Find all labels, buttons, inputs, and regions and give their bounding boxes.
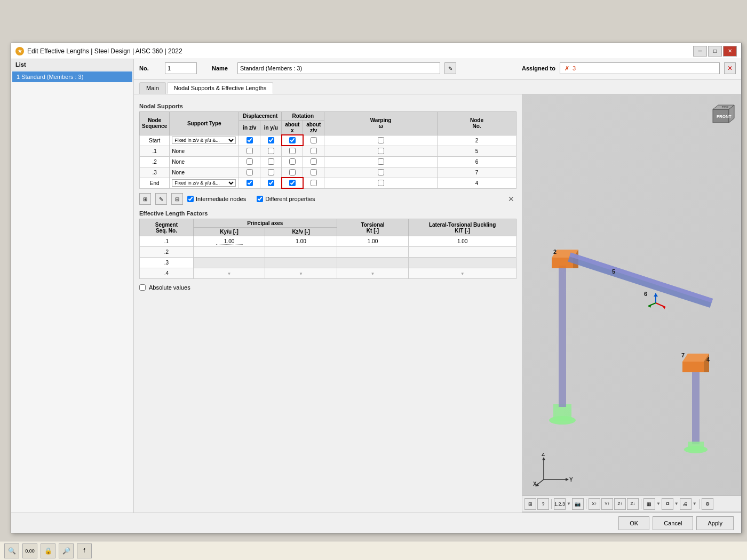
support-type-select-end[interactable]: Fixed in z/v & y/u &...	[172, 179, 236, 187]
eff-kt-1[interactable]: 1.00	[337, 236, 408, 247]
cb-disp-z-end[interactable]	[247, 180, 253, 186]
cb-rot-x-1[interactable]	[289, 148, 296, 154]
cb-warping-start[interactable]	[378, 137, 384, 143]
different-properties-label[interactable]: Different properties	[257, 196, 315, 202]
vp-arrow-4[interactable]: ▼	[693, 501, 697, 506]
name-input[interactable]	[237, 62, 440, 74]
rot-x-3[interactable]	[282, 167, 303, 178]
rot-z-end[interactable]	[303, 178, 324, 188]
cb-disp-z-3[interactable]	[247, 169, 253, 175]
tab-nodal-supports[interactable]: Nodal Supports & Effective Lengths	[167, 82, 273, 94]
disp-y-3[interactable]	[260, 167, 282, 178]
cb-warping-end[interactable]	[378, 180, 384, 186]
del-row-button[interactable]: ⊟	[171, 193, 183, 205]
vp-btn-4[interactable]: 📷	[572, 498, 584, 510]
vp-btn-y1[interactable]: Y↑	[601, 498, 613, 510]
delete-assigned-button[interactable]: ✕	[724, 62, 736, 74]
rot-z-3[interactable]	[303, 167, 324, 178]
disp-y-2[interactable]	[260, 156, 282, 167]
cb-disp-y-3[interactable]	[268, 169, 274, 175]
tab-main[interactable]: Main	[139, 82, 166, 94]
eff-kyv-input-1[interactable]	[216, 238, 243, 245]
vp-btn-2[interactable]: ?	[537, 498, 549, 510]
taskbar-lock-icon[interactable]: 🔒	[41, 543, 55, 558]
cb-rot-z-3[interactable]	[311, 169, 317, 175]
rot-z-2[interactable]	[303, 156, 324, 167]
cancel-button[interactable]: Cancel	[653, 516, 693, 530]
vp-btn-z2[interactable]: Z↓	[627, 498, 639, 510]
cb-rot-x-start[interactable]	[289, 137, 296, 143]
vp-btn-render[interactable]: ▦	[643, 498, 655, 510]
list-item[interactable]: 1 Standard (Members : 3)	[12, 71, 132, 82]
intermediate-nodes-checkbox[interactable]	[187, 196, 194, 202]
cb-rot-z-start[interactable]	[311, 137, 317, 143]
warping-3[interactable]	[324, 167, 438, 178]
vp-arrow-3[interactable]: ▼	[674, 501, 679, 506]
cb-rot-x-end[interactable]	[289, 180, 296, 186]
disp-z-start[interactable]	[239, 135, 260, 146]
warping-end[interactable]	[324, 178, 438, 188]
cb-rot-x-2[interactable]	[289, 158, 296, 165]
vp-btn-x1[interactable]: X↑	[589, 498, 600, 510]
cb-warping-2[interactable]	[378, 158, 384, 165]
edit-row-button[interactable]: ✎	[155, 193, 167, 205]
ok-button[interactable]: OK	[618, 516, 649, 530]
eff-klt-1[interactable]: 1.00	[409, 236, 516, 247]
rot-x-end[interactable]	[282, 178, 303, 188]
cb-warping-3[interactable]	[378, 169, 384, 175]
cb-disp-z-2[interactable]	[247, 158, 253, 165]
rot-z-1[interactable]	[303, 146, 324, 156]
warping-start[interactable]	[324, 135, 438, 146]
rot-z-start[interactable]	[303, 135, 324, 146]
disp-z-2[interactable]	[239, 156, 260, 167]
taskbar-zoom-icon[interactable]: 🔎	[59, 543, 74, 558]
eff-kzv-1[interactable]: 1.00	[265, 236, 337, 247]
close-controls-button[interactable]: ✕	[506, 194, 516, 204]
vp-arrow-1[interactable]: ▼	[567, 501, 571, 506]
disp-z-1[interactable]	[239, 146, 260, 156]
cb-disp-y-1[interactable]	[268, 148, 274, 154]
edit-name-button[interactable]: ✎	[444, 62, 456, 74]
taskbar-value-icon[interactable]: 0.00	[22, 543, 37, 558]
vp-btn-print[interactable]: 🖨	[680, 498, 692, 510]
cb-disp-z-start[interactable]	[247, 137, 253, 143]
disp-z-3[interactable]	[239, 167, 260, 178]
support-type-end[interactable]: Fixed in z/v & y/u &...	[170, 178, 239, 188]
cb-warping-1[interactable]	[378, 148, 384, 154]
support-type-select-start[interactable]: Fixed in z/v & y/u &...	[172, 137, 236, 144]
cb-rot-x-3[interactable]	[289, 169, 296, 175]
add-row-button[interactable]: ⊞	[139, 193, 151, 205]
disp-y-start[interactable]	[260, 135, 282, 146]
minimize-button[interactable]: ─	[693, 46, 707, 57]
rot-x-2[interactable]	[282, 156, 303, 167]
vp-btn-1[interactable]: ⊞	[525, 498, 536, 510]
apply-button[interactable]: Apply	[696, 516, 734, 530]
cb-disp-y-start[interactable]	[268, 137, 274, 143]
cb-disp-y-2[interactable]	[268, 158, 274, 165]
rot-x-1[interactable]	[282, 146, 303, 156]
close-button[interactable]: ✕	[723, 46, 737, 57]
vp-btn-copy-view[interactable]: ⧉	[662, 498, 673, 510]
cb-rot-z-end[interactable]	[311, 180, 317, 186]
warping-1[interactable]	[324, 146, 438, 156]
eff-kyv-1[interactable]	[193, 236, 265, 247]
vp-btn-3[interactable]: 1.2.3	[554, 498, 566, 510]
cb-disp-y-end[interactable]	[268, 180, 274, 186]
no-input[interactable]: 1	[165, 62, 197, 74]
warping-2[interactable]	[324, 156, 438, 167]
taskbar-font-icon[interactable]: f	[77, 543, 92, 558]
cb-disp-z-1[interactable]	[247, 148, 253, 154]
vp-btn-settings[interactable]: ⚙	[702, 498, 713, 510]
vp-arrow-2[interactable]: ▼	[656, 501, 661, 506]
different-properties-checkbox[interactable]	[257, 196, 263, 202]
disp-z-end[interactable]	[239, 178, 260, 188]
support-type-start[interactable]: Fixed in z/v & y/u &...	[170, 135, 239, 146]
disp-y-1[interactable]	[260, 146, 282, 156]
rot-x-start[interactable]	[282, 135, 303, 146]
intermediate-nodes-label[interactable]: Intermediate nodes	[187, 196, 246, 202]
cb-rot-z-2[interactable]	[311, 158, 317, 165]
maximize-button[interactable]: □	[708, 46, 722, 57]
vp-btn-z1[interactable]: Z↑	[614, 498, 626, 510]
3d-viewport[interactable]: FRONT TOP	[522, 94, 741, 533]
absolute-values-checkbox[interactable]	[139, 284, 146, 291]
